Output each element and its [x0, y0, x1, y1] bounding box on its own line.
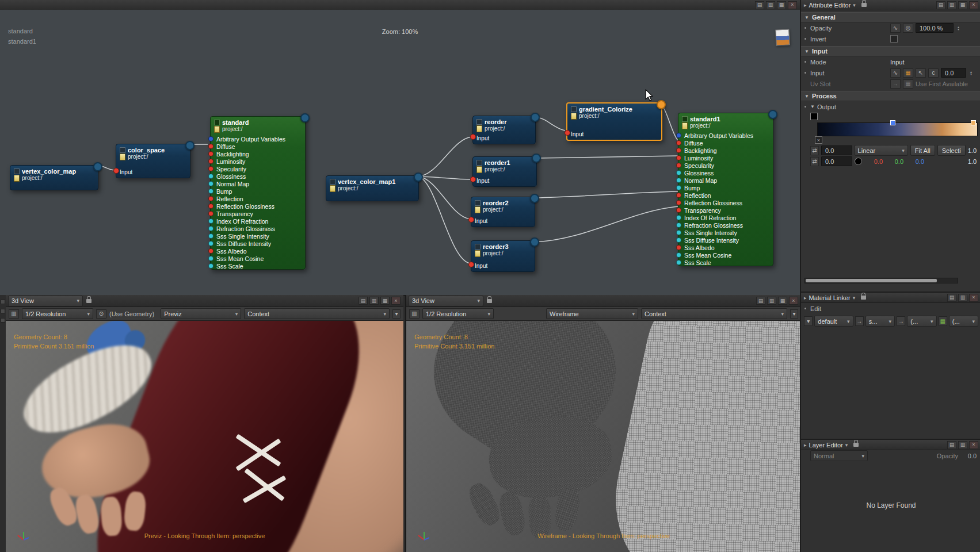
attribute-input-port[interactable]	[676, 163, 681, 168]
shader-attribute-row[interactable]: Index Of Refraction	[211, 217, 303, 225]
pick-icon[interactable]: ↖	[916, 68, 926, 78]
alpha-value[interactable]: 1.0	[968, 158, 977, 165]
node-standard[interactable]: standard project:/ Arbitrary Output Vari…	[210, 116, 306, 270]
camera-icon[interactable]: ⊙	[96, 309, 106, 319]
node-reorder2[interactable]: reorder2 project:/ Input	[471, 197, 535, 227]
split-grid-icon[interactable]: ▦	[778, 297, 787, 305]
close-pane-icon[interactable]: ×	[789, 297, 798, 305]
attribute-input-port[interactable]	[676, 260, 681, 265]
output-port[interactable]	[300, 113, 310, 122]
stepper-icon[interactable]: ▴▾	[958, 26, 959, 30]
mode-value[interactable]: Input	[890, 59, 904, 66]
split-horizontal-icon[interactable]: ▤	[755, 1, 764, 9]
section-input[interactable]: ▼ Input	[801, 46, 980, 56]
shader-attribute-row[interactable]: Reflection	[678, 191, 771, 199]
attribute-input-port[interactable]	[676, 140, 681, 145]
node-reorder1[interactable]: reorder1 project:/ Input	[472, 156, 537, 187]
envelope-icon[interactable]: ∿	[890, 24, 901, 33]
green-value[interactable]: 0.0	[885, 158, 903, 165]
stepper-icon[interactable]: ▴▾	[970, 71, 972, 75]
preset-icon[interactable]: ▾	[804, 316, 813, 326]
attribute-input-port[interactable]	[208, 151, 213, 156]
attribute-input-port[interactable]	[208, 174, 213, 179]
shader-attribute-row[interactable]: Backlighting	[678, 147, 771, 154]
red-value[interactable]: 0.0	[864, 158, 883, 165]
attribute-input-port[interactable]	[208, 263, 213, 269]
split-horizontal-icon[interactable]: ▤	[756, 297, 765, 305]
lock-icon[interactable]	[487, 299, 492, 303]
shader-attribute-row[interactable]: Arbitrary Output Variables	[211, 135, 303, 143]
split-vertical-icon[interactable]: ▥	[767, 297, 776, 305]
attribute-input-port[interactable]	[208, 204, 213, 209]
channel-icon[interactable]: ◎	[903, 24, 913, 33]
panel-menu-icon[interactable]: ▾	[845, 442, 848, 448]
viewport-options-icon[interactable]: ▥	[9, 309, 19, 319]
attribute-input-port[interactable]	[676, 148, 681, 153]
output-port-active[interactable]	[657, 100, 666, 109]
section-general[interactable]: ▼ General	[801, 12, 980, 22]
attribute-input-port[interactable]	[208, 241, 213, 246]
shader-attribute-row[interactable]: Diffuse	[211, 143, 303, 150]
shader-attribute-row[interactable]: Normal Map	[678, 177, 771, 184]
attribute-input-port[interactable]	[208, 136, 213, 141]
shader-attribute-row[interactable]: Index Of Refraction	[678, 214, 771, 221]
shader-attribute-row[interactable]: Bump	[678, 184, 771, 191]
shading-mode-combo[interactable]: Wireframe▾	[546, 308, 638, 319]
output-port[interactable]	[414, 172, 423, 182]
panel-menu-icon[interactable]: ▾	[853, 2, 856, 8]
panel-expand-icon[interactable]: ▸	[804, 2, 807, 8]
attribute-input-port[interactable]	[676, 245, 681, 250]
material-combo[interactable]: default▾	[814, 316, 853, 327]
invert-checkbox[interactable]	[890, 35, 898, 43]
node-standard1[interactable]: standard1 project:/ Arbitrary Output Var…	[678, 113, 773, 266]
gradient-key-marker[interactable]	[971, 120, 976, 125]
group-combo[interactable]: (...▾	[907, 316, 936, 327]
attribute-input-port[interactable]	[676, 170, 681, 175]
attribute-input-port[interactable]	[208, 226, 213, 231]
attribute-input-port[interactable]	[676, 237, 681, 243]
output-port[interactable]	[768, 110, 777, 119]
close-pane-icon[interactable]: ×	[969, 441, 978, 449]
viewport-options-icon[interactable]: ▥	[409, 309, 420, 319]
close-pane-icon[interactable]: ×	[391, 297, 401, 305]
shader-attribute-row[interactable]: Sss Single Intensity	[678, 229, 771, 236]
schematic-node-editor[interactable]: standard standard1 Zoom: 100%	[0, 10, 800, 296]
shader-attribute-row[interactable]: Arbitrary Output Variables	[678, 132, 771, 139]
lock-icon[interactable]	[853, 443, 859, 447]
assign-arrow-icon[interactable]: →	[855, 316, 864, 326]
key-color-swatch[interactable]	[855, 158, 862, 165]
input-value-field[interactable]: 0.0	[941, 68, 966, 78]
viewport-type-combo[interactable]: 3d View▾	[409, 296, 483, 306]
panel-expand-icon[interactable]: ▸	[804, 442, 807, 448]
attribute-input-port[interactable]	[676, 155, 681, 160]
shader-attribute-row[interactable]: Specularity	[678, 162, 771, 169]
split-vertical-icon[interactable]: ▥	[766, 1, 775, 9]
input-port[interactable]	[468, 217, 474, 223]
shader-attribute-row[interactable]: Diffuse	[678, 139, 771, 147]
split-vertical-icon[interactable]: ▥	[958, 294, 967, 302]
attribute-input-port[interactable]	[676, 252, 681, 258]
attribute-input-port[interactable]	[208, 256, 213, 261]
shader-combo[interactable]: s...▾	[865, 316, 895, 327]
gradient-ramp[interactable]	[817, 122, 978, 136]
close-pane-icon[interactable]: ×	[788, 1, 797, 9]
panel-expand-icon[interactable]: ▸	[804, 295, 807, 301]
gradient-key-marker[interactable]	[890, 120, 895, 125]
layer-type-icon[interactable]: ▦	[939, 316, 947, 326]
lock-icon[interactable]	[861, 3, 867, 7]
shader-attribute-row[interactable]: Bump	[211, 187, 303, 195]
key-value-field[interactable]: 0.0	[821, 156, 852, 166]
output-color-swatch[interactable]	[810, 113, 818, 120]
context-combo[interactable]: Context▾	[244, 308, 390, 319]
item-combo[interactable]: (...▾	[949, 316, 978, 327]
texture-icon[interactable]: ▦	[903, 68, 913, 78]
split-grid-icon[interactable]: ▦	[380, 297, 390, 305]
attribute-input-port[interactable]	[676, 200, 681, 205]
input-port[interactable]	[468, 262, 474, 267]
resolution-combo[interactable]: 1/2 Resolution▾	[422, 308, 494, 319]
toolbar-overflow-icon[interactable]: ▾	[392, 309, 401, 319]
shader-attribute-row[interactable]: Transparency	[211, 210, 303, 217]
output-port[interactable]	[185, 141, 195, 150]
attribute-input-port[interactable]	[676, 230, 681, 235]
attribute-input-port[interactable]	[676, 193, 681, 198]
